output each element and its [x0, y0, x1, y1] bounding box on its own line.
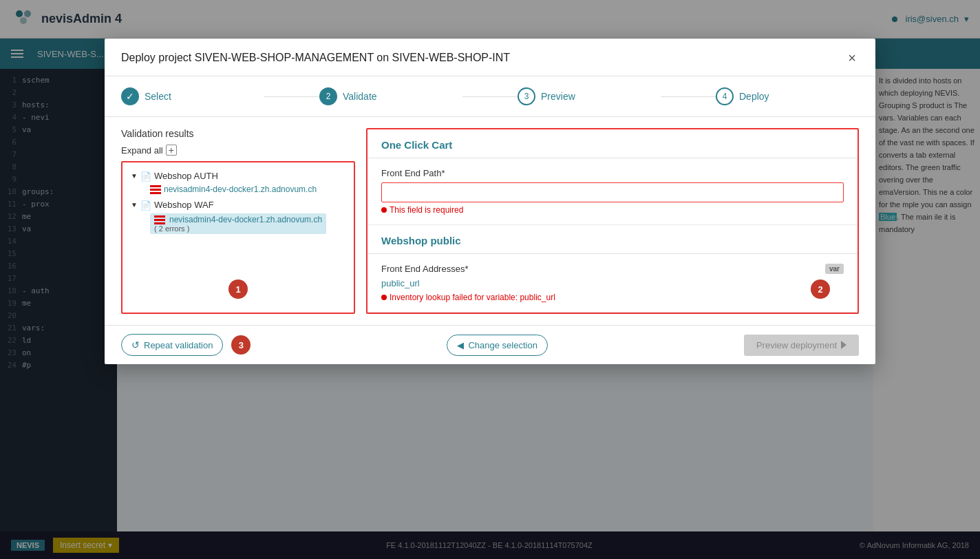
- folder-icon-waf: 📄: [140, 200, 151, 211]
- modal-header: Deploy project SIVEN-WEB-SHOP-MANAGEMENT…: [105, 39, 875, 76]
- front-end-addresses-error-msg: Inventory lookup failed for variable: pu…: [390, 293, 555, 302]
- step-1-label: Select: [145, 91, 171, 102]
- step-2-circle: 2: [319, 87, 337, 105]
- step-2-label: Validate: [343, 91, 377, 102]
- badge-2: 2: [811, 280, 830, 299]
- preview-deployment-label: Preview deployment: [756, 340, 837, 350]
- step-3: 3 Preview: [518, 87, 661, 105]
- folder-icon-auth: 📄: [140, 171, 151, 182]
- plus-icon: +: [166, 145, 177, 156]
- modal-dialog: Deploy project SIVEN-WEB-SHOP-MANAGEMENT…: [105, 39, 875, 364]
- modal-title: Deploy project SIVEN-WEB-SHOP-MANAGEMENT…: [121, 52, 510, 64]
- change-selection-label: Change selection: [468, 340, 537, 350]
- step-3-label: Preview: [541, 91, 575, 102]
- preview-arrow-icon: [841, 341, 846, 349]
- front-end-path-error: This field is required: [381, 205, 844, 215]
- front-end-addresses-label: Front End Addresses*: [381, 264, 468, 274]
- tree-node-auth: ▼ 📄 Webshop AUTH: [131, 171, 345, 182]
- tree-child-auth: nevisadmin4-dev-docker1.zh.adnovum.ch: [150, 184, 345, 194]
- change-sel-arrow: ◀: [457, 340, 464, 350]
- waf-error-count: ( 2 errors ): [154, 224, 322, 233]
- tree-label-waf: Webshop WAF: [154, 200, 214, 210]
- left-panel: Validation results Expand all + ▼ 📄 Webs…: [121, 128, 355, 314]
- section-one-click-cart-title: One Click Cart: [381, 139, 452, 151]
- preview-deployment-button[interactable]: Preview deployment: [744, 335, 859, 356]
- selected-waf-item[interactable]: nevisadmin4-dev-docker1.zh.adnovum.ch ( …: [150, 213, 326, 234]
- tree-node-waf: ▼ 📄 Webshop WAF: [131, 200, 345, 211]
- error-dot-2: [381, 295, 387, 300]
- repeat-icon: ↺: [131, 339, 140, 350]
- waf-server-link[interactable]: nevisadmin4-dev-docker1.zh.adnovum.ch: [169, 215, 322, 224]
- front-end-path-label: Front End Path*: [381, 168, 844, 178]
- front-end-addresses-error: Inventory lookup failed for variable: pu…: [381, 293, 844, 302]
- var-badge: var: [825, 264, 844, 274]
- tree-container: ▼ 📄 Webshop AUTH nevisadmin4-dev-docker1…: [121, 161, 355, 314]
- expand-all-button[interactable]: Expand all +: [121, 145, 355, 156]
- tree-arrow-waf: ▼: [131, 201, 138, 209]
- repeat-validation-label: Repeat validation: [144, 340, 213, 350]
- error-lines-icon-auth: [150, 185, 161, 194]
- footer-left: ↺ Repeat validation 3: [121, 334, 251, 356]
- section-webshop-public-header: Webshop public: [368, 225, 858, 254]
- validation-header: Validation results: [121, 128, 355, 139]
- modal-close-button[interactable]: ×: [845, 51, 859, 65]
- step-2: 2 Validate: [319, 87, 462, 105]
- field-front-end-addresses: Front End Addresses* var public_url Inve…: [368, 254, 858, 313]
- front-end-path-error-msg: This field is required: [390, 205, 463, 215]
- step-4: 4 Deploy: [716, 87, 859, 105]
- tree-child-waf[interactable]: nevisadmin4-dev-docker1.zh.adnovum.ch ( …: [150, 213, 345, 234]
- step-1: ✓ Select: [121, 87, 264, 105]
- step-divider-3: [661, 96, 716, 97]
- tree-arrow-auth: ▼: [131, 172, 138, 180]
- step-4-circle: 4: [716, 87, 734, 105]
- badge-1: 1: [228, 280, 248, 299]
- badge-3: 3: [231, 335, 251, 355]
- section-one-click-cart-header: One Click Cart: [368, 129, 858, 158]
- step-1-circle: ✓: [121, 87, 139, 105]
- public-url-link[interactable]: public_url: [381, 278, 420, 288]
- step-4-label: Deploy: [739, 91, 769, 102]
- repeat-validation-button[interactable]: ↺ Repeat validation: [121, 334, 223, 356]
- tree-label-auth: Webshop AUTH: [154, 171, 218, 181]
- auth-server-link[interactable]: nevisadmin4-dev-docker1.zh.adnovum.ch: [164, 184, 317, 194]
- step-divider-2: [462, 96, 518, 97]
- modal-footer: ↺ Repeat validation 3 ◀ Change selection…: [105, 325, 875, 364]
- stepper: ✓ Select 2 Validate 3 Preview 4 Deploy: [105, 76, 875, 117]
- modal-body: Validation results Expand all + ▼ 📄 Webs…: [105, 117, 875, 325]
- expand-all-label: Expand all: [121, 145, 163, 156]
- front-end-path-input[interactable]: [381, 182, 844, 202]
- step-divider-1: [264, 96, 319, 97]
- right-panel: 2 One Click Cart Front End Path* This fi…: [366, 128, 859, 314]
- field-front-end-path: Front End Path* This field is required: [368, 158, 858, 225]
- section-webshop-public-title: Webshop public: [381, 235, 461, 246]
- modal-overlay: Deploy project SIVEN-WEB-SHOP-MANAGEMENT…: [0, 0, 980, 559]
- error-lines-icon-waf: [154, 215, 165, 224]
- error-dot-1: [381, 207, 387, 213]
- change-selection-button[interactable]: ◀ Change selection: [447, 335, 547, 356]
- step-3-circle: 3: [518, 87, 535, 105]
